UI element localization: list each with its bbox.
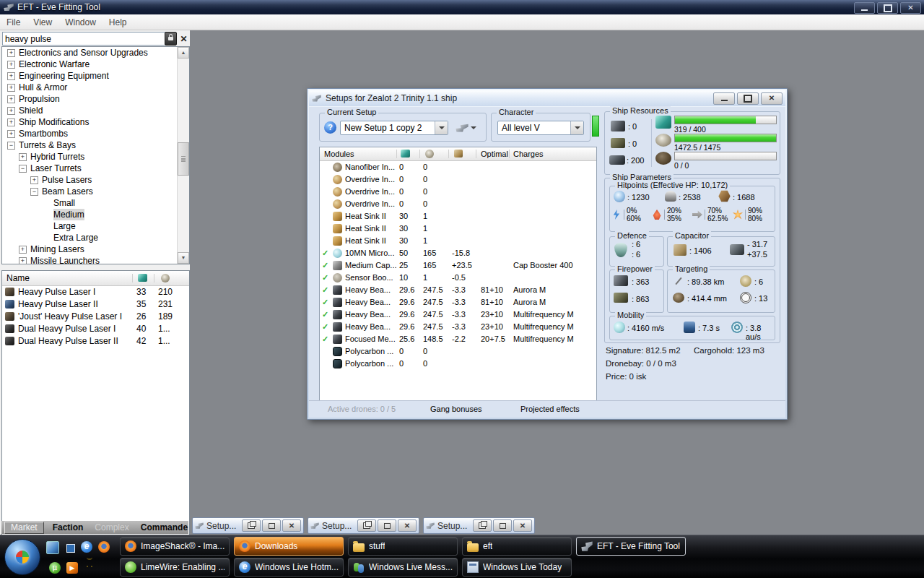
tree-node[interactable]: Smartbombs bbox=[2, 128, 189, 139]
active-check-icon[interactable] bbox=[322, 321, 331, 333]
close-button[interactable]: ✕ bbox=[282, 519, 301, 532]
minimized-setup-window[interactable]: Setup... ✕ bbox=[308, 517, 419, 534]
tree-node[interactable]: Large bbox=[2, 220, 189, 232]
module-row[interactable]: Heavy Bea... 29.6 247.5 -3.3 23+10 Multi… bbox=[320, 321, 596, 333]
menu-item[interactable]: File bbox=[0, 15, 27, 30]
taskbar-button[interactable]: Windows Live Hotm... bbox=[234, 558, 344, 577]
setup-maximize-button[interactable] bbox=[737, 92, 759, 105]
tree-node[interactable]: Hybrid Turrets bbox=[2, 151, 189, 163]
tree-node[interactable]: Mining Lasers bbox=[2, 243, 189, 255]
active-check-icon[interactable] bbox=[322, 259, 331, 272]
market-item-row[interactable]: 'Joust' Heavy Pulse Laser I 26 189 bbox=[2, 311, 189, 323]
active-check-icon[interactable] bbox=[322, 309, 331, 321]
tree-node[interactable]: Laser Turrets bbox=[2, 163, 189, 174]
internet-explorer-icon[interactable] bbox=[81, 541, 92, 553]
restore-button[interactable] bbox=[242, 519, 261, 532]
module-row[interactable]: Heavy Bea... 29.6 247.5 -3.3 23+10 Multi… bbox=[320, 309, 596, 321]
show-desktop-icon[interactable] bbox=[46, 541, 59, 554]
module-row[interactable]: Overdrive In... 0 0 bbox=[320, 173, 596, 186]
expand-toggle-icon[interactable] bbox=[19, 257, 27, 265]
restore-button[interactable] bbox=[357, 519, 376, 532]
module-row[interactable]: Overdrive In... 0 0 bbox=[320, 186, 596, 198]
market-tab[interactable]: Faction bbox=[47, 522, 90, 533]
active-check-icon[interactable] bbox=[322, 247, 331, 259]
search-input[interactable] bbox=[2, 32, 167, 46]
module-row[interactable]: Sensor Boo... 10 1 -0.5 bbox=[320, 272, 596, 284]
expand-toggle-icon[interactable] bbox=[19, 165, 27, 173]
taskbar-button[interactable]: EFT - Eve Fitting Tool bbox=[576, 537, 686, 556]
modules-list-header[interactable]: Modules Optimal Charges bbox=[320, 147, 596, 161]
tree-node[interactable]: Ship Modifications bbox=[2, 116, 189, 128]
column-modules[interactable]: Modules bbox=[324, 150, 354, 158]
market-tab[interactable]: Commande bbox=[135, 522, 188, 533]
expand-toggle-icon[interactable] bbox=[7, 130, 15, 138]
projected-effects-link[interactable]: Projected effects bbox=[520, 405, 580, 413]
expand-toggle-icon[interactable] bbox=[7, 49, 15, 57]
search-clear-button[interactable]: ✕ bbox=[178, 32, 189, 46]
powergrid-column-icon[interactable] bbox=[161, 274, 170, 282]
taskbar-button[interactable]: Downloads bbox=[234, 537, 344, 556]
module-row[interactable]: Heavy Bea... 29.6 247.5 -3.3 81+10 Auror… bbox=[320, 284, 596, 296]
setup-select[interactable]: New Setup 1 copy 2 bbox=[340, 121, 448, 135]
module-row[interactable]: Heat Sink II 30 1 bbox=[320, 223, 596, 235]
column-charges[interactable]: Charges bbox=[513, 150, 544, 158]
setup-close-button[interactable]: ✕ bbox=[761, 92, 783, 105]
taskbar-button[interactable]: ImageShack® - Ima... bbox=[120, 537, 230, 556]
gang-bonuses-link[interactable]: Gang bonuses bbox=[430, 405, 482, 413]
module-row[interactable]: Polycarbon ... 0 0 bbox=[320, 345, 596, 358]
utorrent-icon[interactable] bbox=[49, 562, 61, 574]
character-select[interactable]: All level V bbox=[497, 121, 584, 135]
market-tab[interactable]: Market bbox=[4, 522, 44, 534]
minimized-setup-window[interactable]: Setup... ✕ bbox=[423, 517, 535, 534]
search-lock-button[interactable] bbox=[165, 32, 177, 46]
tree-node[interactable]: Beam Lasers bbox=[2, 186, 189, 197]
market-item-row[interactable]: Dual Heavy Pulse Laser II 42 1... bbox=[2, 335, 189, 348]
close-button[interactable]: ✕ bbox=[900, 2, 921, 14]
module-row[interactable]: Medium Cap... 25 165 +23.5 Cap Booster 4… bbox=[320, 259, 596, 272]
tree-scrollbar[interactable]: ▲ ▼ bbox=[177, 47, 189, 264]
module-row[interactable]: Heat Sink II 30 1 bbox=[320, 210, 596, 223]
minimize-button[interactable] bbox=[854, 2, 875, 14]
taskbar-button[interactable]: stuff bbox=[348, 537, 458, 556]
maximize-button[interactable] bbox=[877, 2, 898, 14]
module-row[interactable]: 10MN Micro... 50 165 -15.8 bbox=[320, 247, 596, 259]
tree-node[interactable]: Missile Launchers bbox=[2, 255, 189, 264]
firefox-icon[interactable] bbox=[98, 541, 110, 553]
menu-item[interactable]: Window bbox=[58, 15, 103, 30]
scroll-up-icon[interactable]: ▲ bbox=[178, 47, 189, 59]
column-name[interactable]: Name bbox=[6, 273, 30, 283]
market-tab[interactable]: Complex bbox=[89, 522, 134, 533]
tree-node[interactable]: Turrets & Bays bbox=[2, 139, 189, 151]
list-header[interactable]: Name bbox=[2, 271, 189, 286]
active-check-icon[interactable] bbox=[322, 296, 331, 309]
expand-toggle-icon[interactable] bbox=[30, 176, 38, 184]
tree-node[interactable]: Pulse Lasers bbox=[2, 174, 189, 186]
maximize-button[interactable] bbox=[262, 519, 281, 532]
tree-node[interactable]: Shield bbox=[2, 105, 189, 116]
expand-toggle-icon[interactable] bbox=[7, 95, 15, 103]
expand-toggle-icon[interactable] bbox=[7, 142, 15, 150]
expand-toggle-icon[interactable] bbox=[7, 72, 15, 80]
scroll-thumb[interactable] bbox=[178, 142, 189, 176]
module-row[interactable]: Nanofiber In... 0 0 bbox=[320, 161, 596, 173]
media-player-icon[interactable] bbox=[66, 562, 78, 574]
expand-toggle-icon[interactable] bbox=[7, 84, 15, 92]
tree-node[interactable]: Propulsion bbox=[2, 93, 189, 105]
main-titlebar[interactable]: EFT - Eve Fitting Tool bbox=[0, 0, 924, 14]
close-button[interactable]: ✕ bbox=[513, 519, 532, 532]
menu-item[interactable]: View bbox=[27, 15, 58, 30]
market-item-row[interactable]: Heavy Pulse Laser I 33 210 bbox=[2, 286, 189, 298]
active-check-icon[interactable] bbox=[322, 272, 331, 284]
tree-node[interactable]: Electronic Warfare bbox=[2, 59, 189, 70]
tree-node[interactable]: Electronics and Sensor Upgrades bbox=[2, 47, 189, 59]
close-button[interactable]: ✕ bbox=[398, 519, 417, 532]
taskbar-button[interactable]: LimeWire: Enabling ... bbox=[120, 558, 230, 577]
module-row[interactable]: Overdrive In... 0 0 bbox=[320, 198, 596, 210]
expand-toggle-icon[interactable] bbox=[19, 153, 27, 161]
capacitor-column-icon[interactable] bbox=[454, 150, 463, 158]
expand-toggle-icon[interactable] bbox=[7, 107, 15, 115]
powergrid-column-icon[interactable] bbox=[425, 150, 434, 158]
expand-toggle-icon[interactable] bbox=[7, 118, 15, 126]
restore-button[interactable] bbox=[473, 519, 492, 532]
market-item-row[interactable]: Heavy Pulse Laser II 35 231 bbox=[2, 298, 189, 311]
